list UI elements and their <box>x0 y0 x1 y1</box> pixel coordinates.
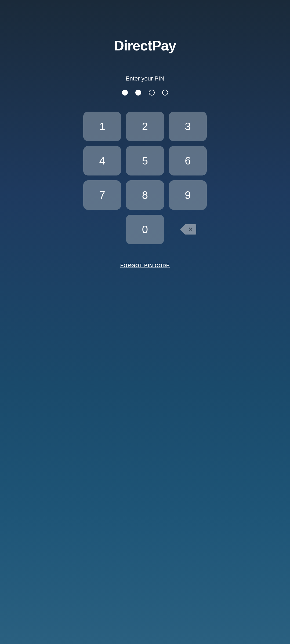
pin-section: Enter your PIN <box>83 75 207 96</box>
pin-dot-1 <box>122 90 128 96</box>
pin-dots <box>122 90 168 96</box>
keypad: 1 2 3 4 5 6 7 8 9 0 ✕ <box>83 112 207 244</box>
key-8[interactable]: 8 <box>126 180 164 210</box>
logo-section: DirectPay <box>114 38 176 54</box>
key-3[interactable]: 3 <box>169 112 207 141</box>
key-0[interactable]: 0 <box>126 215 164 244</box>
key-2[interactable]: 2 <box>126 112 164 141</box>
pin-dot-2 <box>135 90 141 96</box>
key-empty <box>83 215 121 244</box>
pin-dot-4 <box>162 90 168 96</box>
keypad-row-2: 4 5 6 <box>83 146 207 175</box>
pin-dot-3 <box>149 90 155 96</box>
pin-prompt: Enter your PIN <box>126 75 164 82</box>
backspace-icon: ✕ <box>179 223 196 236</box>
backspace-button[interactable]: ✕ <box>169 215 207 244</box>
keypad-row-3: 7 8 9 <box>83 180 207 210</box>
key-7[interactable]: 7 <box>83 180 121 210</box>
keypad-row-1: 1 2 3 <box>83 112 207 141</box>
key-1[interactable]: 1 <box>83 112 121 141</box>
keypad-row-4: 0 ✕ <box>83 215 207 244</box>
key-5[interactable]: 5 <box>126 146 164 175</box>
key-4[interactable]: 4 <box>83 146 121 175</box>
screen: DirectPay Enter your PIN 1 2 3 4 5 6 7 8… <box>73 0 218 644</box>
forgot-pin-button[interactable]: FORGOT PIN CODE <box>120 263 170 269</box>
key-6[interactable]: 6 <box>169 146 207 175</box>
app-title: DirectPay <box>114 38 176 54</box>
svg-text:✕: ✕ <box>188 226 193 232</box>
key-9[interactable]: 9 <box>169 180 207 210</box>
